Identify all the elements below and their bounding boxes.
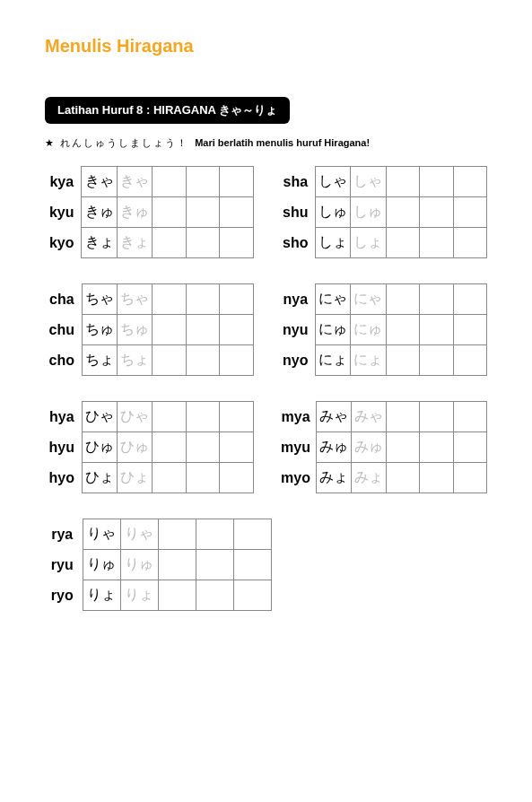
practice-cell[interactable]	[186, 402, 219, 432]
practice-cell[interactable]	[420, 228, 453, 258]
table-row: chuちゅちゅ	[45, 315, 253, 345]
practice-cell[interactable]	[220, 432, 253, 463]
practice-cell[interactable]	[453, 432, 486, 463]
romaji-label: ryu	[45, 550, 83, 580]
table-row: hyuひゅひゅ	[45, 432, 253, 463]
practice-cell[interactable]	[386, 315, 419, 345]
practice-cell[interactable]	[186, 197, 219, 228]
romaji-label: nyo	[279, 345, 316, 376]
hiragana-char: りゅ	[83, 550, 120, 580]
practice-cell[interactable]	[153, 284, 186, 315]
practice-cell[interactable]	[219, 197, 253, 228]
practice-cell[interactable]	[386, 197, 419, 228]
practice-cell[interactable]	[153, 197, 186, 228]
practice-cell[interactable]	[453, 402, 486, 432]
practice-cell[interactable]	[186, 315, 219, 345]
hiragana-trace: きょ	[117, 228, 152, 258]
romaji-label: hyu	[45, 432, 82, 463]
practice-cell[interactable]	[420, 284, 453, 315]
hiragana-char: しゅ	[316, 197, 351, 228]
lesson-badge: Latihan Huruf 8 : HIRAGANA きゃ～りょ	[45, 97, 290, 124]
practice-cell[interactable]	[196, 550, 233, 580]
practice-cell[interactable]	[158, 580, 196, 611]
hiragana-trace: みゃ	[351, 402, 386, 432]
practice-cell[interactable]	[386, 284, 419, 315]
romaji-label: kya	[45, 167, 82, 197]
practice-cell[interactable]	[386, 345, 419, 376]
practice-cell[interactable]	[220, 463, 253, 493]
practice-cell[interactable]	[453, 345, 486, 376]
table-row: kyuきゅきゅ	[45, 197, 253, 228]
hiragana-trace: きゅ	[117, 197, 152, 228]
practice-cell[interactable]	[153, 167, 186, 197]
table-row: hyaひゃひゃ	[45, 402, 253, 432]
table-row: shuしゅしゅ	[279, 197, 487, 228]
practice-cell[interactable]	[453, 315, 486, 345]
practice-cell[interactable]	[233, 550, 271, 580]
practice-cell[interactable]	[219, 167, 253, 197]
practice-cell[interactable]	[220, 315, 253, 345]
hiragana-char: みゃ	[316, 402, 351, 432]
practice-cell[interactable]	[453, 197, 486, 228]
practice-cell[interactable]	[153, 345, 186, 376]
romaji-label: kyu	[45, 197, 82, 228]
practice-cell[interactable]	[420, 315, 453, 345]
instruction-japanese: れんしゅうしましょう！	[60, 137, 188, 148]
romaji-label: rya	[45, 519, 83, 550]
practice-cell[interactable]	[420, 345, 453, 376]
practice-cell[interactable]	[453, 284, 486, 315]
hiragana-trace: ひゅ	[117, 432, 152, 463]
practice-cell[interactable]	[186, 432, 219, 463]
practice-cell[interactable]	[386, 167, 419, 197]
practice-cell[interactable]	[153, 432, 186, 463]
practice-cell[interactable]	[186, 284, 219, 315]
practice-cell[interactable]	[420, 463, 453, 493]
romaji-label: myo	[279, 463, 317, 493]
practice-cell[interactable]	[386, 228, 419, 258]
practice-cell[interactable]	[220, 345, 253, 376]
practice-cell[interactable]	[233, 519, 271, 550]
table-pair-row: ryaりゃりゃryuりゅりゅryoりょりょ	[45, 519, 487, 611]
practice-cell[interactable]	[158, 550, 196, 580]
practice-cell[interactable]	[186, 463, 219, 493]
practice-cell[interactable]	[220, 402, 253, 432]
practice-cell[interactable]	[387, 463, 420, 493]
hiragana-char: ひゃ	[82, 402, 117, 432]
romaji-label: cho	[45, 345, 82, 376]
table-row: myaみゃみゃ	[279, 402, 487, 432]
practice-cell[interactable]	[153, 463, 186, 493]
hiragana-trace: ちゅ	[117, 315, 152, 345]
practice-cell[interactable]	[153, 315, 186, 345]
practice-cell[interactable]	[196, 519, 233, 550]
practice-cell[interactable]	[186, 228, 219, 258]
practice-cell[interactable]	[186, 167, 219, 197]
practice-cell[interactable]	[420, 167, 453, 197]
practice-cell[interactable]	[420, 402, 453, 432]
hiragana-trace: にゅ	[351, 315, 386, 345]
practice-cell[interactable]	[387, 432, 420, 463]
romaji-label: nyu	[279, 315, 316, 345]
practice-cell[interactable]	[420, 197, 453, 228]
romaji-label: cha	[45, 284, 82, 315]
star-icon: ★	[45, 137, 54, 148]
practice-table: myaみゃみゃmyuみゅみゅmyoみょみょ	[279, 401, 488, 493]
practice-cell[interactable]	[196, 580, 233, 611]
hiragana-trace: にゃ	[351, 284, 386, 315]
hiragana-char: ちゅ	[82, 315, 117, 345]
practice-cell[interactable]	[233, 580, 271, 611]
practice-cell[interactable]	[153, 402, 186, 432]
practice-cell[interactable]	[453, 463, 486, 493]
romaji-label: kyo	[45, 228, 82, 258]
practice-cell[interactable]	[387, 402, 420, 432]
practice-cell[interactable]	[453, 228, 486, 258]
practice-cell[interactable]	[453, 167, 486, 197]
table-pair-row: kyaきゃきゃkyuきゅきゅkyoきょきょshaしゃしゃshuしゅしゅshoしょ…	[45, 166, 487, 258]
practice-cell[interactable]	[153, 228, 186, 258]
practice-cell[interactable]	[186, 345, 219, 376]
table-row: hyoひょひょ	[45, 463, 253, 493]
practice-cell[interactable]	[158, 519, 196, 550]
practice-cell[interactable]	[219, 228, 253, 258]
practice-cell[interactable]	[420, 432, 453, 463]
table-row: shaしゃしゃ	[279, 167, 487, 197]
practice-cell[interactable]	[220, 284, 253, 315]
